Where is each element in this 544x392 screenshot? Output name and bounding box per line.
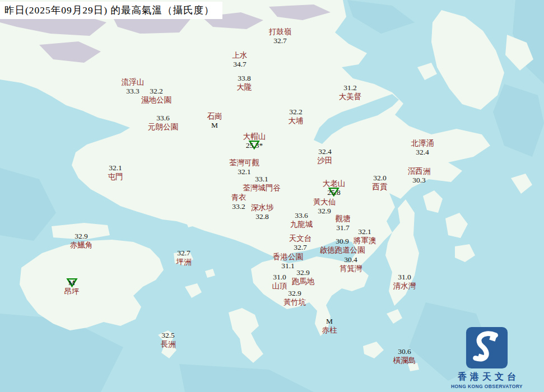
station-value: 32.7 <box>269 36 292 45</box>
hko-logo-icon <box>465 326 509 370</box>
station-name-label: 沙田 <box>318 156 333 165</box>
station-name-label: 黃竹坑 <box>283 298 306 307</box>
station-value: M <box>64 278 80 287</box>
station: 33.6元朗公園 <box>148 114 178 131</box>
station-name-label: 流浮山 <box>122 78 145 87</box>
station-value: 32.1 <box>108 164 123 172</box>
station-name-label: 天文台 <box>289 234 312 243</box>
station-name-label: 西貢 <box>373 183 388 192</box>
station: 觀塘31.7 <box>336 214 351 232</box>
station-name-label: 荃灣城門谷 <box>243 184 281 193</box>
station: 32.1將軍澳 <box>354 227 376 245</box>
station-value: M <box>207 121 222 130</box>
hko-logo-name-chinese: 香港天文台 <box>438 371 536 383</box>
station: 31.0清水灣 <box>393 273 416 290</box>
station-name-label: 九龍城 <box>290 220 313 229</box>
station: 大帽山25.3* <box>243 132 266 150</box>
station-name-label: 大埔 <box>289 116 304 125</box>
station-value: 31.0 <box>393 273 416 282</box>
station-value: 31.7 <box>336 223 351 232</box>
station-name-label: 香港公園 <box>273 253 303 262</box>
station-name-label: 大帽山 <box>243 132 266 141</box>
hko-logo-name-english: HONG KONG OBSERVATORY <box>438 384 536 389</box>
station-value: 30.6 <box>393 347 416 356</box>
station-value: 25.8 <box>323 188 346 197</box>
station: 32.9黃竹坑 <box>283 289 306 306</box>
station-name-label: 將軍澳 <box>354 236 376 245</box>
station-value: 34.7 <box>233 60 248 69</box>
station-value: 25.3* <box>243 141 266 150</box>
station: 滘西洲30.3 <box>408 167 431 184</box>
station: 32.5長洲 <box>161 331 176 348</box>
station-value: 32.0 <box>373 174 388 183</box>
station-value: 33.2 <box>231 202 247 211</box>
station-value: 32.9 <box>292 268 315 277</box>
station-value: M <box>322 317 337 326</box>
station: 大老山25.8 <box>323 179 346 197</box>
station-value: 30.4 <box>340 255 362 264</box>
station-value: 31.0 <box>272 273 287 282</box>
station: 30.4筲箕灣 <box>340 255 362 273</box>
station: 32.9跑馬地 <box>292 268 315 286</box>
station-name-label: 坪洲 <box>176 258 192 267</box>
station: 32.4沙田 <box>318 147 333 165</box>
station-value: 33.1 <box>243 175 281 184</box>
station-value: 32.7 <box>176 249 192 258</box>
station: M昂坪 <box>64 278 80 296</box>
station-name-label: 跑馬地 <box>292 277 315 286</box>
station-name-label: 黃大仙 <box>313 198 336 207</box>
station: 天文台32.7 <box>289 234 312 251</box>
station-name-label: 屯門 <box>108 172 123 181</box>
station: 打鼓嶺32.7 <box>269 27 292 45</box>
station-value: 30.3 <box>408 176 431 185</box>
station: 32.9赤鱲角 <box>70 232 93 249</box>
station-name-label: 打鼓嶺 <box>269 27 292 36</box>
station-name-label: 深水埗 <box>251 203 274 212</box>
station: 33.1荃灣城門谷 <box>243 175 281 192</box>
station: 32.2大埔 <box>289 108 304 125</box>
station-value: 32.2 <box>289 108 304 116</box>
station: 30.6橫瀾島 <box>393 347 416 365</box>
station: 32.7坪洲 <box>176 249 192 266</box>
station: 石崗M <box>207 112 222 129</box>
page-title: 昨日(2025年09月29日) 的最高氣溫（攝氏度） <box>0 2 222 19</box>
station-value: 32.4 <box>411 148 434 157</box>
station-name-label: 赤柱 <box>322 326 337 335</box>
station: 31.2大美督 <box>339 83 362 101</box>
station: 32.1屯門 <box>108 164 123 181</box>
weather-map-canvas: 昨日(2025年09月29日) 的最高氣溫（攝氏度） 打鼓嶺32.7上水34.7… <box>0 0 544 392</box>
station-value: 33.6 <box>290 211 313 220</box>
station-name-label: 元朗公園 <box>148 123 178 132</box>
station: 北潭涌32.4 <box>411 139 434 156</box>
station-value: 32.9 <box>70 232 93 241</box>
station-name-label: 觀塘 <box>336 214 351 223</box>
station-name-label: 大美督 <box>339 92 362 101</box>
station-value: 32.5 <box>161 331 176 340</box>
station-value: 32.2 <box>141 87 171 96</box>
station-value: 32.1 <box>354 227 376 236</box>
station-name-label: 赤鱲角 <box>70 241 93 250</box>
station-name-label: 橫瀾島 <box>393 356 416 365</box>
station-name-label: 大老山 <box>323 179 346 188</box>
station-value: 31.2 <box>339 83 362 92</box>
station: 31.0山頂 <box>272 273 287 290</box>
station: 荃灣可觀32.1 <box>229 158 259 176</box>
station-value: 32.9 <box>283 289 306 298</box>
station-value: 32.7 <box>289 243 312 252</box>
station: 上水34.7 <box>233 51 248 68</box>
station-value: 33.8 <box>237 74 252 83</box>
station-name-label: 啟德跑道公園 <box>320 246 365 255</box>
station-name-label: 荃灣可觀 <box>229 158 259 167</box>
station-name-label: 青衣 <box>231 193 247 202</box>
station: M赤柱 <box>322 317 337 334</box>
station: 青衣33.2 <box>231 193 247 211</box>
station-name-label: 上水 <box>233 51 248 60</box>
station: 黃大仙32.9 <box>313 198 336 215</box>
station: 33.8大隴 <box>237 74 252 91</box>
station-name-label: 大隴 <box>237 83 252 92</box>
station: 33.6九龍城 <box>290 211 313 228</box>
station: 32.0西貢 <box>373 174 388 191</box>
station-name-label: 濕地公園 <box>141 96 171 105</box>
station-name-label: 滘西洲 <box>408 167 431 176</box>
hko-logo: 香港天文台 HONG KONG OBSERVATORY <box>438 326 536 389</box>
